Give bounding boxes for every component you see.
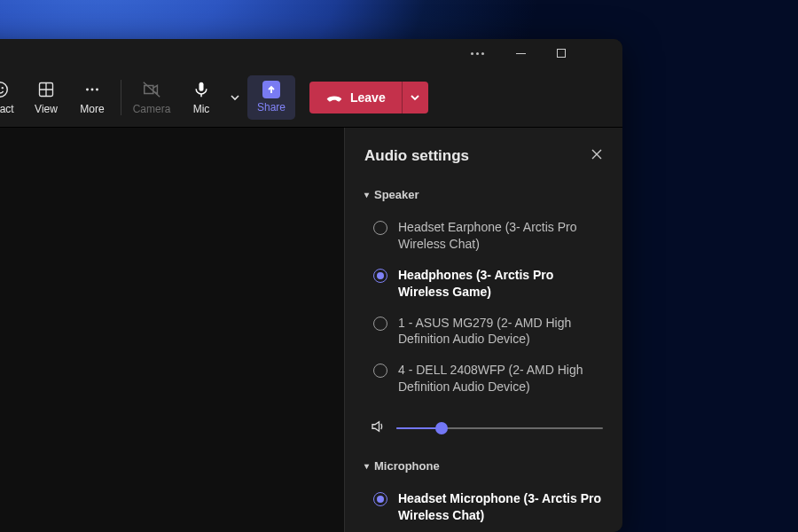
leave-label: Leave — [350, 90, 386, 105]
triangle-down-icon: ▾ — [364, 461, 369, 471]
window-maximize-button[interactable] — [541, 39, 582, 67]
view-label: View — [35, 103, 58, 115]
close-icon — [597, 48, 607, 59]
chevron-down-icon — [410, 92, 420, 103]
radio-icon — [373, 269, 387, 283]
camera-off-icon — [142, 80, 161, 99]
panel-title: Audio settings — [364, 147, 469, 165]
svg-point-1 — [0, 82, 7, 97]
react-icon — [0, 80, 10, 99]
svg-rect-8 — [200, 82, 204, 90]
speaker-device-option[interactable]: Headset Earphone (3- Arctis Pro Wireless… — [364, 212, 603, 260]
view-button[interactable]: View — [23, 72, 69, 123]
microphone-device-option-label: Headset Microphone (3- Arctis Pro Wirele… — [398, 490, 601, 524]
app-window: Chat People Raise React — [0, 39, 622, 532]
camera-button[interactable]: Camera — [127, 72, 176, 123]
panel-close-button[interactable] — [591, 148, 603, 164]
svg-point-7 — [96, 88, 98, 90]
share-label: Share — [257, 101, 286, 113]
share-button[interactable]: Share — [247, 75, 295, 120]
speaker-device-list: Headset Earphone (3- Arctis Pro Wireless… — [364, 212, 603, 403]
speaker-device-option[interactable]: 1 - ASUS MG279 (2- AMD High Definition A… — [364, 308, 603, 356]
speaker-section-toggle[interactable]: ▾ Speaker — [364, 188, 603, 201]
window-close-button[interactable] — [582, 39, 622, 67]
close-icon — [591, 148, 603, 160]
more-label: More — [80, 103, 104, 115]
hangup-icon — [325, 91, 343, 104]
svg-point-5 — [86, 88, 89, 90]
microphone-section-toggle[interactable]: ▾ Microphone — [364, 459, 603, 473]
titlebar — [0, 39, 622, 67]
svg-point-3 — [2, 87, 3, 88]
microphone-section-label: Microphone — [374, 459, 440, 473]
speaker-section-label: Speaker — [374, 188, 419, 201]
speaker-device-option-label: 4 - DELL 2408WFP (2- AMD High Definition… — [398, 362, 601, 395]
radio-icon — [373, 221, 387, 235]
radio-icon — [373, 492, 387, 506]
audio-settings-panel: Audio settings ▾ Speaker Headset Earphon… — [344, 128, 622, 532]
camera-label: Camera — [133, 103, 171, 115]
speaker-icon — [370, 419, 386, 438]
leave-menu-caret[interactable] — [402, 82, 428, 113]
speaker-device-option-label: 1 - ASUS MG279 (2- AMD High Definition A… — [398, 315, 601, 348]
mic-icon — [192, 80, 211, 99]
window-more-button[interactable] — [459, 39, 500, 67]
more-icon — [82, 80, 102, 99]
triangle-down-icon: ▾ — [364, 190, 369, 200]
react-label: React — [0, 103, 14, 115]
slider-thumb[interactable] — [435, 422, 448, 434]
svg-point-6 — [91, 88, 94, 90]
meeting-toolbar: Chat People Raise React — [0, 67, 622, 128]
meeting-stage — [0, 128, 344, 532]
radio-icon — [373, 317, 387, 331]
mic-label: Mic — [193, 103, 210, 115]
speaker-volume-slider[interactable] — [396, 427, 603, 429]
window-minimize-button[interactable] — [500, 39, 541, 67]
microphone-device-option[interactable]: Headset Microphone (3- Arctis Pro Wirele… — [364, 483, 603, 531]
share-icon — [262, 81, 280, 98]
mic-button[interactable]: Mic — [176, 72, 226, 123]
microphone-device-list: Headset Microphone (3- Arctis Pro Wirele… — [364, 483, 603, 531]
speaker-device-option[interactable]: Headphones (3- Arctis Pro Wireless Game) — [364, 260, 603, 308]
react-button[interactable]: React — [0, 72, 23, 123]
speaker-device-option[interactable]: 4 - DELL 2408WFP (2- AMD High Definition… — [364, 355, 603, 403]
speaker-device-option-label: Headset Earphone (3- Arctis Pro Wireless… — [398, 219, 601, 253]
view-icon — [36, 80, 56, 99]
more-button[interactable]: More — [69, 72, 115, 123]
radio-icon — [373, 364, 387, 378]
mic-menu-caret[interactable] — [226, 72, 244, 123]
leave-button[interactable]: Leave — [309, 82, 402, 113]
toolbar-separator — [121, 80, 121, 115]
chevron-down-icon — [230, 92, 240, 103]
speaker-device-option-label: Headphones (3- Arctis Pro Wireless Game) — [398, 267, 601, 301]
